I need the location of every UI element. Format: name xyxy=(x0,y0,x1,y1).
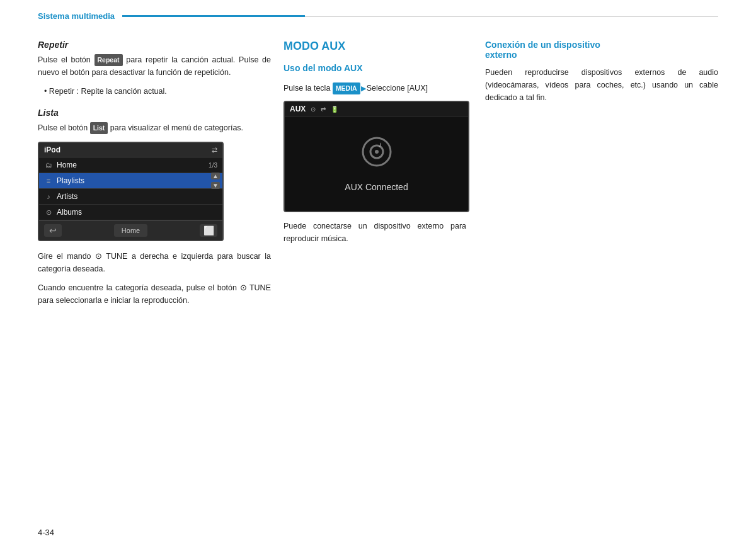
left-column: Repetir Pulse el botón Repeat para repet… xyxy=(38,40,284,313)
ipod-title-bar: iPod ⇄ xyxy=(39,143,222,157)
ipod-row-playlists: ≡ Playlists ▲ ▼ xyxy=(39,173,222,189)
artists-row-icon: ♪ xyxy=(44,193,53,200)
header-line-blue xyxy=(122,15,305,17)
header-line-gray xyxy=(305,16,718,17)
aux-title-bar: AUX ⊙ ⇄ 🔋 xyxy=(285,102,468,116)
home-row-icon: 🗂 xyxy=(44,161,53,169)
lista-section: Lista Pulse el botón List para visualiza… xyxy=(38,108,271,134)
scroll-arrows: ▲ ▼ xyxy=(211,173,220,188)
ipod-row-home: 🗂 Home 1/3 xyxy=(39,157,222,173)
aux-icon2: ⇄ xyxy=(321,106,326,113)
ipod-rows: 🗂 Home 1/3 ≡ Playlists ▲ ▼ ♪ Artists xyxy=(39,157,222,240)
conexion-heading: Conexión de un dispositivo externo xyxy=(485,40,718,60)
playlists-row-text: Playlists xyxy=(57,176,217,185)
media-badge: MEDIA xyxy=(333,82,360,94)
ipod-back-btn: ↩ xyxy=(44,224,62,237)
list-badge: List xyxy=(90,122,108,134)
ipod-row-albums: ⊙ Albums xyxy=(39,205,222,220)
ipod-bottom-bar: ↩ Home ⬜ xyxy=(39,220,222,240)
home-row-text: Home xyxy=(57,161,209,169)
albums-row-icon: ⊙ xyxy=(44,208,53,217)
mid-column: MODO AUX Uso del modo AUX Pulse la tecla… xyxy=(284,40,479,313)
repetir-section: Repetir Pulse el botón Repeat para repet… xyxy=(38,40,271,98)
aux-body: ♪ AUX Connected xyxy=(285,116,468,211)
scroll-up-arrow: ▲ xyxy=(211,173,220,179)
tune-paragraph2: Cuando encuentre la categoría deseada, p… xyxy=(38,281,271,307)
aux-title: AUX xyxy=(290,105,306,113)
uso-aux-subheading: Uso del modo AUX xyxy=(284,63,466,73)
aux-paragraph: Puede conectarse un dispositivo externo … xyxy=(284,220,466,245)
modo-aux-heading: MODO AUX xyxy=(284,40,466,53)
repetir-heading: Repetir xyxy=(38,40,271,50)
svg-text:♪: ♪ xyxy=(378,140,382,149)
ipod-title: iPod xyxy=(44,145,60,154)
aux-screen: AUX ⊙ ⇄ 🔋 ♪ AUX Connected xyxy=(284,101,469,212)
albums-row-text: Albums xyxy=(57,208,217,217)
scroll-down-arrow: ▼ xyxy=(211,182,220,189)
ipod-usb-icon: ⇄ xyxy=(212,146,217,154)
aux-icon1: ⊙ xyxy=(311,106,316,113)
aux-icon3: 🔋 xyxy=(331,106,338,113)
home-row-count: 1/3 xyxy=(209,162,217,169)
repeat-badge: Repeat xyxy=(94,54,123,66)
aux-connected-label: AUX Connected xyxy=(345,182,408,192)
right-column: Conexión de un dispositivo externo Puede… xyxy=(479,40,718,313)
aux-disc-icon: ♪ xyxy=(360,135,393,174)
header-title: Sistema multimedia xyxy=(38,11,122,21)
playlists-row-icon: ≡ xyxy=(44,177,53,185)
repetir-bullet: • Repetir : Repite la canción actual. xyxy=(38,85,271,98)
page-number: 4-34 xyxy=(38,528,54,537)
ipod-folder-btn: ⬜ xyxy=(200,224,217,237)
ipod-screen: iPod ⇄ 🗂 Home 1/3 ≡ Playlists ▲ ▼ xyxy=(38,142,224,241)
ipod-home-btn: Home xyxy=(114,224,147,237)
arrow-icon: ▶ xyxy=(361,83,366,94)
svg-point-2 xyxy=(375,150,379,154)
page-content: Repetir Pulse el botón Repeat para repet… xyxy=(0,21,756,332)
conexion-line2: externo xyxy=(485,50,517,60)
tune-paragraph1: Gire el mando ⊙ TUNE a derecha e izquier… xyxy=(38,250,271,275)
lista-heading: Lista xyxy=(38,108,271,118)
page-header: Sistema multimedia xyxy=(0,0,756,21)
conexion-paragraph: Pueden reproducirse dispositivos externo… xyxy=(485,66,718,104)
artists-row-text: Artists xyxy=(57,192,217,201)
conexion-line1: Conexión de un dispositivo xyxy=(485,40,600,50)
repetir-paragraph: Pulse el botón Repeat para repetir la ca… xyxy=(38,54,271,79)
ipod-row-artists: ♪ Artists xyxy=(39,189,222,205)
aux-instruction: Pulse la tecla MEDIA▶Seleccione [AUX] xyxy=(284,82,466,94)
lista-paragraph: Pulse el botón List para visualizar el m… xyxy=(38,122,271,134)
